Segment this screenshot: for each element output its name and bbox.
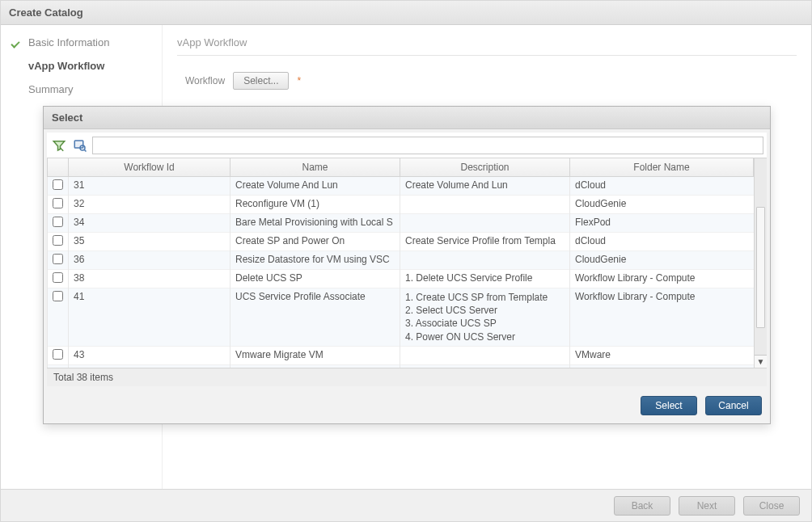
cell-workflow-id: 43 [69, 346, 230, 364]
step-label: vApp Workflow [28, 60, 104, 72]
row-checkbox-cell [48, 177, 69, 196]
step-label: Basic Information [28, 36, 109, 48]
row-checkbox[interactable] [53, 254, 63, 264]
row-checkbox[interactable] [53, 291, 63, 301]
filter-icon[interactable] [50, 137, 68, 154]
dialog-footer: Select Cancel [44, 389, 770, 423]
table-header-row: Workflow Id Name Description Folder Name [48, 158, 754, 177]
close-button[interactable]: Close [743, 496, 800, 516]
row-checkbox[interactable] [53, 272, 63, 283]
create-catalog-window: Create Catalog Basic Information vApp Wo… [0, 0, 812, 522]
row-checkbox[interactable] [53, 217, 63, 227]
row-checkbox-cell [48, 233, 69, 251]
row-checkbox[interactable] [53, 349, 63, 360]
cell-name: Delete UCS SP [230, 270, 400, 288]
cell-name: Resize Datastore for VM using VSC [230, 251, 400, 270]
search-input[interactable] [92, 137, 763, 154]
step-label: Summary [28, 83, 74, 95]
step-basic-information[interactable]: Basic Information [12, 36, 150, 48]
dialog-cancel-button[interactable]: Cancel [705, 396, 762, 415]
workflow-table-wrap: Workflow Id Name Description Folder Name… [47, 158, 767, 386]
step-vapp-workflow[interactable]: vApp Workflow [12, 60, 150, 72]
row-checkbox-cell [48, 251, 69, 270]
search-bar [47, 133, 767, 158]
next-button[interactable]: Next [679, 496, 735, 516]
cell-workflow-id: 34 [69, 214, 230, 233]
required-indicator-icon: * [297, 75, 301, 86]
table-row[interactable]: 36Resize Datastore for VM using VSCCloud… [48, 251, 754, 270]
svg-rect-0 [74, 141, 83, 148]
dialog-title: Select [44, 107, 770, 129]
back-button[interactable]: Back [614, 496, 670, 516]
cell-description [400, 364, 570, 368]
section-title: vApp Workflow [177, 36, 797, 56]
row-checkbox[interactable] [53, 368, 63, 368]
cell-workflow-id: 35 [69, 233, 230, 251]
table-row[interactable]: 47my_testIT-GRAD_TEST [48, 364, 754, 368]
cell-name: my_test [230, 364, 400, 368]
column-workflow-id[interactable]: Workflow Id [69, 158, 230, 177]
row-checkbox[interactable] [53, 198, 63, 208]
cell-workflow-id: 38 [69, 270, 230, 288]
cell-description: Create Service Profile from Templa [400, 233, 570, 251]
scrollbar-arrow-down-icon[interactable]: ▼ [755, 355, 767, 368]
cell-description [400, 214, 570, 233]
table-row[interactable]: 38Delete UCS SP1. Delete UCS Service Pro… [48, 270, 754, 288]
dialog-select-button[interactable]: Select [641, 396, 697, 415]
cell-workflow-id: 41 [69, 288, 230, 347]
search-icon[interactable] [71, 137, 89, 154]
scrollbar-thumb[interactable] [756, 207, 765, 328]
column-description[interactable]: Description [400, 158, 570, 177]
cell-name: UCS Service Profile Associate [230, 288, 400, 347]
cell-workflow-id: 32 [69, 196, 230, 214]
cell-name: Reconfigure VM (1) [230, 196, 400, 214]
cell-folder-name: Workflow Library - Compute [570, 288, 754, 347]
cell-folder-name: dCloud [570, 177, 754, 196]
workflow-table: Workflow Id Name Description Folder Name… [47, 158, 754, 368]
cell-name: Bare Metal Provisioning with Local S [230, 214, 400, 233]
cell-folder-name: FlexPod [570, 214, 754, 233]
column-folder-name[interactable]: Folder Name [570, 158, 754, 177]
row-checkbox-cell [48, 288, 69, 347]
cell-folder-name: Workflow Library - Compute [570, 270, 754, 288]
cell-workflow-id: 36 [69, 251, 230, 270]
cell-description [400, 196, 570, 214]
cell-description [400, 251, 570, 270]
cell-folder-name: IT-GRAD_TEST [570, 364, 754, 368]
workflow-field-row: Workflow Select... * [185, 72, 797, 90]
cell-description: 1. Delete UCS Service Profile [400, 270, 570, 288]
check-icon [12, 37, 23, 48]
select-workflow-dialog: Select [43, 106, 771, 424]
column-name[interactable]: Name [230, 158, 400, 177]
cell-folder-name: VMware [570, 346, 754, 364]
row-checkbox[interactable] [53, 179, 63, 190]
cell-name: Vmware Migrate VM [230, 346, 400, 364]
cell-folder-name: CloudGenie [570, 251, 754, 270]
row-checkbox-cell [48, 270, 69, 288]
window-title: Create Catalog [1, 1, 811, 25]
cell-workflow-id: 31 [69, 177, 230, 196]
cell-name: Create SP and Power On [230, 233, 400, 251]
table-row[interactable]: 41UCS Service Profile Associate1. Create… [48, 288, 754, 347]
table-row[interactable]: 31Create Volume And LunCreate Volume And… [48, 177, 754, 196]
row-checkbox-cell [48, 346, 69, 364]
column-checkbox [48, 158, 69, 177]
table-row[interactable]: 35Create SP and Power OnCreate Service P… [48, 233, 754, 251]
table-row[interactable]: 34Bare Metal Provisioning with Local SFl… [48, 214, 754, 233]
cell-folder-name: CloudGenie [570, 196, 754, 214]
table-row[interactable]: 43Vmware Migrate VMVMware [48, 346, 754, 364]
cell-workflow-id: 47 [69, 364, 230, 368]
step-summary[interactable]: Summary [12, 83, 150, 95]
workflow-select-button[interactable]: Select... [233, 72, 289, 90]
row-checkbox-cell [48, 364, 69, 368]
row-checkbox[interactable] [53, 235, 63, 246]
workflow-table-scroll: Workflow Id Name Description Folder Name… [47, 158, 767, 368]
cell-name: Create Volume And Lun [230, 177, 400, 196]
cell-description [400, 346, 570, 364]
row-checkbox-cell [48, 214, 69, 233]
vertical-scrollbar[interactable]: ▼ [754, 158, 767, 368]
cell-description: 1. Create UCS SP from Template2. Select … [400, 288, 570, 347]
cell-description: Create Volume And Lun [400, 177, 570, 196]
table-row[interactable]: 32Reconfigure VM (1)CloudGenie [48, 196, 754, 214]
window-footer: Back Next Close [1, 489, 811, 521]
